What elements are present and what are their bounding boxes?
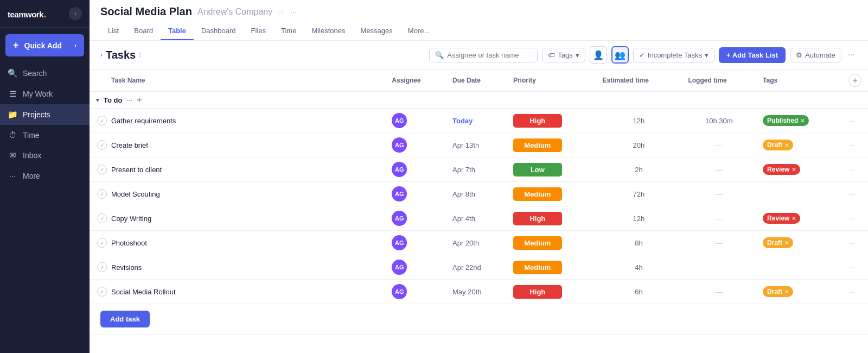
incomplete-tasks-button[interactable]: ✓ Incomplete Tasks ▾	[633, 48, 714, 62]
sidebar-item-my-work[interactable]: ☰ My Work	[0, 84, 90, 104]
task-check-icon[interactable]: ✓	[97, 165, 107, 174]
task-check-icon[interactable]: ✓	[97, 140, 107, 150]
sidebar-item-search[interactable]: 🔍 Search	[0, 63, 90, 84]
add-task-button[interactable]: Add task	[100, 311, 150, 327]
star-icon[interactable]: ☆	[278, 8, 285, 16]
tab-dashboard[interactable]: Dashboard	[194, 22, 244, 40]
task-name-text: Photoshoot	[111, 239, 147, 247]
row-more-icon[interactable]: ···	[848, 263, 855, 272]
tab-milestones[interactable]: Milestones	[304, 22, 353, 40]
task-check-icon[interactable]: ✓	[97, 116, 107, 125]
tag-remove-icon[interactable]: ✕	[784, 289, 789, 295]
tab-time[interactable]: Time	[273, 22, 304, 40]
sidebar-item-more[interactable]: ··· More	[0, 166, 90, 186]
tab-list[interactable]: List	[100, 22, 126, 40]
tag-badge: Review ✕	[763, 213, 800, 224]
task-name-wrapper: ✓ Create brief	[97, 140, 379, 150]
tag-remove-icon[interactable]: ✕	[784, 142, 789, 148]
quick-add-button[interactable]: + Quick Add ›	[5, 34, 84, 56]
row-more-icon[interactable]: ···	[848, 287, 855, 296]
add-column-button[interactable]: +	[848, 74, 861, 87]
automate-button[interactable]: ⚙ Automate	[790, 48, 841, 62]
task-name-cell: ✓ Model Scouting	[90, 182, 385, 206]
tab-files[interactable]: Files	[244, 22, 273, 40]
section-menu-icon[interactable]: ···	[126, 96, 132, 104]
avatar: AG	[392, 137, 407, 153]
task-check-icon[interactable]: ✓	[97, 189, 107, 199]
table-row: ✓ Copy Writing AG Apr 4th High 12h — Rev…	[90, 206, 868, 231]
table-row: ✓ Social Media Rollout AG May 20th High …	[90, 280, 868, 304]
tab-messages[interactable]: Messages	[353, 22, 400, 40]
estimated-time-cell: 12h	[596, 206, 681, 231]
task-name-wrapper: ✓ Copy Writing	[97, 213, 379, 223]
add-task-cell: Add task	[90, 304, 868, 335]
row-more-icon[interactable]: ···	[848, 116, 855, 125]
inbox-icon: ✉	[8, 150, 17, 160]
tag-remove-icon[interactable]: ✕	[792, 216, 796, 222]
logo: teamwork.	[8, 7, 47, 21]
task-check-icon[interactable]: ✓	[97, 262, 107, 272]
row-dots-cell: ···	[842, 109, 868, 133]
person-filter-button[interactable]: 👤	[590, 46, 607, 64]
tag-remove-icon[interactable]: ✕	[784, 240, 789, 246]
col-add[interactable]: +	[842, 70, 868, 92]
task-name-text: Revisions	[111, 263, 142, 272]
nav-tabs: List Board Table Dashboard Files Time Mi…	[100, 22, 857, 40]
search-input[interactable]	[447, 51, 532, 59]
row-dots-cell: ···	[842, 255, 868, 280]
row-dots-cell: ···	[842, 182, 868, 206]
page-title-row: Social Media Plan Andrew's Company ☆ ···	[100, 5, 857, 18]
col-due-date: Due Date	[446, 70, 507, 92]
tag-remove-icon[interactable]: ✕	[792, 167, 796, 173]
row-more-icon[interactable]: ···	[848, 165, 855, 174]
row-more-icon[interactable]: ···	[848, 238, 855, 247]
task-name-text: Gather requirements	[111, 117, 176, 125]
task-name-wrapper: ✓ Social Media Rollout	[97, 287, 379, 297]
row-more-icon[interactable]: ···	[848, 214, 855, 223]
assignee-cell: AG	[385, 182, 446, 206]
task-name-wrapper: ✓ Present to client	[97, 165, 379, 174]
assignee-cell: AG	[385, 133, 446, 157]
section-add-icon[interactable]: +	[137, 95, 142, 105]
task-check-icon[interactable]: ✓	[97, 238, 107, 248]
tab-more[interactable]: More...	[400, 22, 437, 40]
priority-badge: Medium	[513, 261, 562, 274]
table-row: ✓ Photoshoot AG Apr 20th Medium 8h — Dra…	[90, 231, 868, 255]
toolbar-left: › Tasks ⁝	[100, 49, 425, 61]
due-date-cell: Apr 7th	[446, 157, 507, 182]
tasks-menu-dots-icon[interactable]: ⁝	[139, 51, 141, 59]
sidebar-nav: 🔍 Search ☰ My Work 📁 Projects ⏱ Time ✉ I…	[0, 63, 90, 353]
task-name-cell: ✓ Copy Writing	[90, 206, 385, 231]
tags-cell	[756, 182, 842, 206]
table-header-row: Task Name Assignee Due Date Priority Est…	[90, 70, 868, 92]
sidebar-item-inbox[interactable]: ✉ Inbox	[0, 145, 90, 166]
due-date-cell: Apr 8th	[446, 182, 507, 206]
section-chevron-icon[interactable]: ▾	[96, 97, 99, 104]
search-box: 🔍	[429, 48, 538, 62]
company-name: Andrew's Company	[197, 7, 272, 17]
col-priority: Priority	[507, 70, 596, 92]
priority-cell: Medium	[507, 255, 596, 280]
row-more-icon[interactable]: ···	[848, 141, 855, 149]
tag-remove-icon[interactable]: ✕	[800, 118, 805, 124]
tags-button[interactable]: 🏷 Tags ▾	[542, 48, 585, 62]
automate-label: Automate	[805, 51, 835, 59]
task-check-icon[interactable]: ✓	[97, 287, 107, 297]
add-task-row: Add task	[90, 304, 868, 335]
add-tasklist-button[interactable]: + Add Task List	[719, 47, 786, 63]
sidebar-collapse-button[interactable]: ‹	[69, 7, 82, 20]
tags-cell: Review ✕	[756, 206, 842, 231]
task-check-icon[interactable]: ✓	[97, 213, 107, 223]
sidebar-item-projects[interactable]: 📁 Projects	[0, 104, 90, 125]
priority-badge: Low	[513, 163, 562, 177]
row-more-icon[interactable]: ···	[848, 190, 855, 198]
project-menu-icon[interactable]: ···	[290, 8, 297, 16]
group-filter-button[interactable]: 👥	[611, 46, 629, 64]
more-options-button[interactable]: ···	[846, 48, 857, 62]
tag-icon: 🏷	[548, 51, 555, 59]
tab-board[interactable]: Board	[126, 22, 161, 40]
sidebar-item-time[interactable]: ⏱ Time	[0, 125, 90, 145]
row-dots-cell: ···	[842, 133, 868, 157]
tab-table[interactable]: Table	[161, 22, 194, 40]
tasks-toggle[interactable]: › Tasks ⁝	[100, 49, 141, 61]
